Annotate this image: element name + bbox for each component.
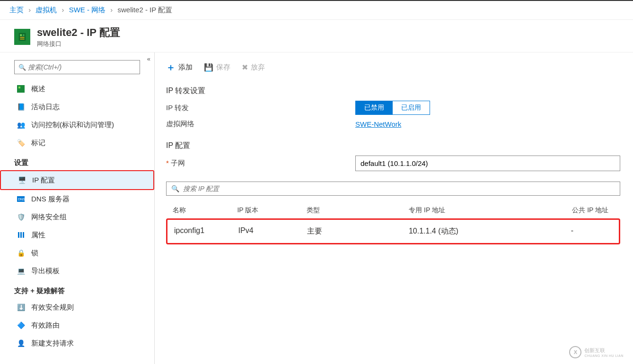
ip-config-search[interactable]: 🔍 xyxy=(166,182,620,196)
nav-label: 锁 xyxy=(31,249,38,258)
toolbar: ＋ 添加 💾 保存 ✖ 放弃 xyxy=(166,59,633,80)
nic-icon xyxy=(14,29,30,45)
col-name: 名称 xyxy=(173,206,237,215)
table-header: 名称 IP 版本 类型 专用 IP 地址 公共 IP 地址 xyxy=(166,202,620,218)
shield-icon: 🛡️ xyxy=(16,212,26,222)
nav-label: 导出模板 xyxy=(31,267,60,276)
plus-icon: ＋ xyxy=(166,61,176,74)
add-button[interactable]: ＋ 添加 xyxy=(166,61,193,74)
dns-icon: DNS xyxy=(16,194,26,204)
toggle-disabled[interactable]: 已禁用 xyxy=(356,101,393,114)
nav-label: 访问控制(标识和访问管理) xyxy=(31,121,114,130)
chevron-right-icon: › xyxy=(62,6,64,14)
nav-label: 有效路由 xyxy=(31,321,60,330)
svg-rect-4 xyxy=(20,39,24,40)
svg-rect-2 xyxy=(23,35,25,36)
sidebar-item-effective-routes[interactable]: 🔷 有效路由 xyxy=(0,316,154,334)
breadcrumb: 主页 › 虚拟机 › SWE - 网络 › swelite2 - IP 配置 xyxy=(0,1,633,20)
table-row[interactable]: ipconfig1 IPv4 主要 10.1.1.4 (动态) - xyxy=(166,218,620,244)
save-button: 💾 保存 xyxy=(204,61,230,74)
cell-public-ip: - xyxy=(571,226,612,236)
lock-icon: 🔒 xyxy=(16,248,26,258)
col-private-ip: 专用 IP 地址 xyxy=(409,206,572,215)
discard-label: 放弃 xyxy=(251,63,265,72)
add-label: 添加 xyxy=(178,63,193,72)
page-title: swelite2 - IP 配置 xyxy=(37,26,120,40)
ipconfig-icon: 🖥️ xyxy=(17,175,26,185)
search-icon: 🔍 xyxy=(18,64,26,71)
svg-rect-5 xyxy=(17,85,25,93)
main-content: ＋ 添加 💾 保存 ✖ 放弃 IP 转发设置 IP 转发 已禁用 已启用 虚拟网… xyxy=(155,52,633,364)
chevron-right-icon: › xyxy=(110,6,113,14)
search-icon: 🔍 xyxy=(171,185,179,192)
svg-rect-3 xyxy=(20,37,24,38)
cell-version: IPv4 xyxy=(238,226,307,236)
tag-icon: 🏷️ xyxy=(16,138,26,147)
watermark: X 创新互联 CHUANG XIN HU LIAN xyxy=(569,346,624,358)
breadcrumb-net[interactable]: SWE - 网络 xyxy=(69,6,106,14)
nav-label: 标记 xyxy=(31,139,45,147)
breadcrumb-vm[interactable]: 虚拟机 xyxy=(35,6,57,14)
svg-rect-6 xyxy=(18,87,20,88)
sidebar-item-export[interactable]: 💻 导出模板 xyxy=(0,262,154,280)
support-icon: 👤 xyxy=(16,338,26,348)
col-version: IP 版本 xyxy=(237,206,306,215)
discard-icon: ✖ xyxy=(242,63,248,72)
section-settings: 设置 xyxy=(0,152,154,170)
nav-label: 网络安全组 xyxy=(31,213,67,222)
nav-label: DNS 服务器 xyxy=(31,195,70,204)
properties-icon xyxy=(16,230,26,240)
save-icon: 💾 xyxy=(204,63,213,72)
nav-label: 活动日志 xyxy=(31,103,60,112)
collapse-sidebar-icon[interactable]: « xyxy=(147,55,150,62)
cell-type: 主要 xyxy=(307,226,409,236)
security-rules-icon: ⬇️ xyxy=(16,303,26,312)
vnet-link[interactable]: SWE-NetWork xyxy=(355,120,401,128)
sidebar-item-tags[interactable]: 🏷️ 标记 xyxy=(0,134,154,152)
export-icon: 💻 xyxy=(16,266,26,276)
subnet-label: *子网 xyxy=(166,159,355,168)
sidebar-item-ip-config[interactable]: 🖥️ IP 配置 xyxy=(0,170,154,190)
breadcrumb-home[interactable]: 主页 xyxy=(9,6,24,14)
nav-label: 有效安全规则 xyxy=(31,303,74,312)
sidebar-item-iam[interactable]: 👥 访问控制(标识和访问管理) xyxy=(0,116,154,134)
toggle-enabled[interactable]: 已启用 xyxy=(393,101,430,114)
sidebar-item-new-support[interactable]: 👤 新建支持请求 xyxy=(0,334,154,352)
breadcrumb-current: swelite2 - IP 配置 xyxy=(118,6,173,14)
svg-rect-11 xyxy=(23,232,24,238)
ip-config-search-input[interactable] xyxy=(183,185,615,192)
nav-label: IP 配置 xyxy=(32,176,55,185)
watermark-text: 创新互联 xyxy=(584,347,624,354)
overview-icon xyxy=(16,84,26,94)
sidebar-item-nsg[interactable]: 🛡️ 网络安全组 xyxy=(0,208,154,226)
watermark-sub: CHUANG XIN HU LIAN xyxy=(584,354,624,357)
vnet-label: 虚拟网络 xyxy=(166,120,355,129)
ip-config-title: IP 配置 xyxy=(166,141,633,151)
sidebar-item-activity-log[interactable]: 📘 活动日志 xyxy=(0,98,154,116)
page-header: swelite2 - IP 配置 网络接口 xyxy=(0,20,633,52)
svg-text:DNS: DNS xyxy=(18,198,25,201)
subnet-select[interactable] xyxy=(355,156,620,171)
nav-label: 新建支持请求 xyxy=(31,339,74,348)
sidebar-item-overview[interactable]: 概述 xyxy=(0,80,154,98)
cell-name: ipconfig1 xyxy=(174,226,238,236)
col-public-ip: 公共 IP 地址 xyxy=(572,206,614,215)
svg-rect-1 xyxy=(20,35,22,36)
routes-icon: 🔷 xyxy=(16,321,26,330)
sidebar-search[interactable]: 🔍 xyxy=(14,60,140,74)
nav-label: 概述 xyxy=(31,85,45,94)
cell-private-ip: 10.1.1.4 (动态) xyxy=(409,226,571,236)
svg-rect-9 xyxy=(18,232,19,238)
page-subtitle: 网络接口 xyxy=(37,40,120,48)
ip-forward-label: IP 转发 xyxy=(166,104,355,113)
chevron-right-icon: › xyxy=(28,6,31,14)
nav-label: 属性 xyxy=(31,231,45,240)
ip-forward-toggle[interactable]: 已禁用 已启用 xyxy=(355,101,430,115)
sidebar-search-input[interactable] xyxy=(15,61,140,74)
discard-button: ✖ 放弃 xyxy=(242,61,265,74)
sidebar-item-effective-security[interactable]: ⬇️ 有效安全规则 xyxy=(0,298,154,316)
sidebar-item-properties[interactable]: 属性 xyxy=(0,226,154,244)
section-support: 支持 + 疑难解答 xyxy=(0,280,154,298)
sidebar-item-locks[interactable]: 🔒 锁 xyxy=(0,244,154,262)
sidebar-item-dns[interactable]: DNS DNS 服务器 xyxy=(0,190,154,208)
